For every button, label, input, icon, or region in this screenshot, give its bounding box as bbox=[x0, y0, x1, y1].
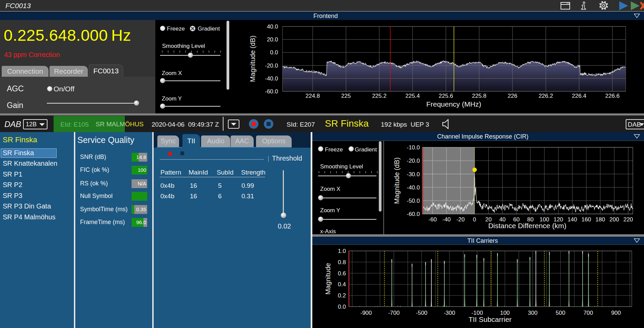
svg-text:-40: -40 bbox=[443, 216, 451, 223]
svg-text:-20.0: -20.0 bbox=[265, 62, 278, 69]
svg-text:0.6: 0.6 bbox=[338, 270, 346, 277]
svg-text:-40.0: -40.0 bbox=[265, 75, 278, 82]
svg-text:0: 0 bbox=[473, 216, 476, 223]
svg-text:225: 225 bbox=[341, 93, 351, 99]
svg-text:0.2: 0.2 bbox=[338, 292, 346, 299]
svg-text:Distance Difference (km): Distance Difference (km) bbox=[488, 222, 567, 230]
svg-text:226.6: 226.6 bbox=[605, 93, 620, 99]
svg-text:226: 226 bbox=[508, 93, 517, 99]
svg-text:Magnitude (dB): Magnitude (dB) bbox=[393, 158, 401, 204]
svg-text:226.2: 226.2 bbox=[539, 93, 553, 99]
svg-text:0.8: 0.8 bbox=[338, 259, 346, 266]
svg-text:Frequency (MHz): Frequency (MHz) bbox=[426, 100, 481, 108]
svg-text:140: 140 bbox=[567, 216, 577, 223]
svg-text:20.0: 20.0 bbox=[267, 36, 278, 43]
svg-text:-10.0: -10.0 bbox=[407, 144, 420, 151]
svg-text:0.4: 0.4 bbox=[338, 281, 346, 288]
svg-text:-40.0: -40.0 bbox=[407, 184, 420, 191]
svg-text:Magnitude (dB): Magnitude (dB) bbox=[249, 36, 256, 82]
svg-text:-20: -20 bbox=[456, 216, 465, 223]
svg-text:225.2: 225.2 bbox=[372, 93, 387, 99]
svg-text:-60.0: -60.0 bbox=[265, 88, 278, 95]
svg-text:300: 300 bbox=[528, 310, 538, 316]
svg-text:TII Subcarrier: TII Subcarrier bbox=[468, 315, 511, 323]
svg-text:-300: -300 bbox=[444, 310, 455, 316]
svg-text:224.8: 224.8 bbox=[306, 93, 320, 99]
svg-text:-20.0: -20.0 bbox=[407, 158, 420, 164]
svg-text:-50.0: -50.0 bbox=[407, 198, 420, 204]
svg-text:Magnitude: Magnitude bbox=[324, 263, 332, 294]
svg-text:220: 220 bbox=[623, 216, 633, 223]
svg-text:1.0: 1.0 bbox=[338, 248, 346, 254]
svg-text:-60.0: -60.0 bbox=[407, 211, 420, 217]
svg-text:225.8: 225.8 bbox=[472, 93, 487, 99]
svg-text:700: 700 bbox=[583, 310, 593, 316]
svg-text:500: 500 bbox=[556, 310, 565, 316]
svg-text:40.0: 40.0 bbox=[267, 23, 278, 30]
svg-text:225.6: 225.6 bbox=[439, 93, 453, 99]
svg-text:-900: -900 bbox=[360, 310, 372, 316]
svg-text:-500: -500 bbox=[416, 310, 427, 316]
svg-text:900: 900 bbox=[611, 310, 621, 316]
svg-text:160: 160 bbox=[582, 216, 591, 223]
svg-text:180: 180 bbox=[596, 216, 605, 223]
svg-text:0.0: 0.0 bbox=[270, 49, 278, 56]
svg-text:226.4: 226.4 bbox=[572, 93, 586, 99]
svg-text:-700: -700 bbox=[388, 310, 399, 316]
svg-text:0.0: 0.0 bbox=[338, 304, 346, 310]
svg-text:225.4: 225.4 bbox=[405, 93, 420, 99]
svg-text:-60: -60 bbox=[428, 216, 437, 223]
svg-text:-30.0: -30.0 bbox=[407, 171, 420, 178]
svg-text:200: 200 bbox=[609, 216, 619, 223]
